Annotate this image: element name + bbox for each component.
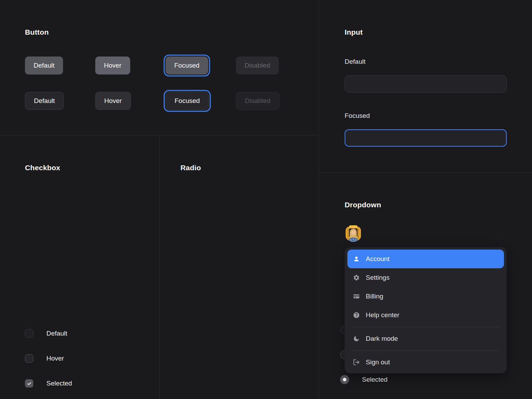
menu-item-help-center[interactable]: Help center	[347, 306, 504, 324]
button-outline-disabled: Disabled	[236, 92, 280, 110]
dropdown-menu: Account Settings Billing Help center	[345, 247, 507, 373]
menu-item-label: Sign out	[366, 358, 390, 366]
menu-item-billing[interactable]: Billing	[347, 287, 504, 306]
checkbox-hover[interactable]	[25, 354, 33, 363]
input-section-title: Input	[345, 28, 363, 36]
button-solid-disabled: Disabled	[236, 57, 279, 75]
menu-item-label: Billing	[366, 293, 383, 300]
menu-item-sign-out[interactable]: Sign out	[347, 353, 504, 372]
credit-card-icon	[353, 293, 360, 300]
button-showcase-section: Button Default Hover Focused Disabled De…	[0, 0, 319, 136]
help-circle-icon	[353, 311, 360, 319]
menu-divider	[352, 327, 500, 327]
check-icon	[27, 381, 32, 386]
menu-divider	[352, 350, 500, 351]
input-focused[interactable]	[345, 129, 507, 147]
checkbox-default[interactable]	[25, 329, 33, 338]
checkbox-row-default: Default	[25, 329, 67, 338]
dropdown-section-title: Dropdown	[345, 201, 381, 209]
moon-icon	[353, 335, 360, 342]
menu-item-label: Help center	[366, 311, 399, 319]
menu-item-label: Settings	[366, 274, 390, 281]
menu-item-settings[interactable]: Settings	[347, 268, 504, 287]
checkbox-section-title: Checkbox	[25, 164, 60, 172]
button-solid-focused[interactable]: Focused	[166, 57, 208, 75]
radio-showcase-section: Radio Default Hover Selected Disabled Di…	[160, 136, 319, 399]
sign-out-icon	[353, 358, 360, 366]
input-default[interactable]	[345, 75, 507, 93]
avatar-image	[345, 225, 362, 242]
gear-icon	[353, 274, 360, 281]
menu-item-label: Dark mode	[366, 335, 398, 342]
menu-item-dark-mode[interactable]: Dark mode	[347, 329, 504, 348]
person-icon	[353, 255, 360, 263]
menu-item-account[interactable]: Account	[347, 250, 504, 268]
checkbox-showcase-section: Checkbox Default Hover Selected Indeterm…	[0, 136, 160, 399]
button-outline-default[interactable]: Default	[25, 92, 64, 110]
checkbox-label: Selected	[46, 380, 72, 387]
checkbox-selected[interactable]	[25, 379, 33, 388]
menu-item-label: Account	[366, 255, 390, 263]
avatar[interactable]	[345, 225, 362, 242]
button-solid-hover[interactable]: Hover	[95, 57, 130, 75]
radio-section-title: Radio	[180, 164, 201, 172]
input-showcase-section: Input Default Focused	[319, 0, 532, 173]
button-outline-hover[interactable]: Hover	[95, 92, 131, 110]
button-solid-default[interactable]: Default	[25, 57, 63, 75]
button-section-title: Button	[25, 28, 49, 36]
checkbox-label: Default	[46, 330, 67, 337]
dropdown-showcase-section: Dropdown	[319, 173, 532, 399]
checkbox-row-selected: Selected	[25, 379, 72, 388]
input-focused-label: Focused	[345, 112, 370, 120]
input-default-label: Default	[345, 58, 365, 66]
checkbox-row-hover: Hover	[25, 354, 64, 363]
checkbox-label: Hover	[46, 355, 64, 362]
button-outline-focused[interactable]: Focused	[166, 92, 209, 110]
